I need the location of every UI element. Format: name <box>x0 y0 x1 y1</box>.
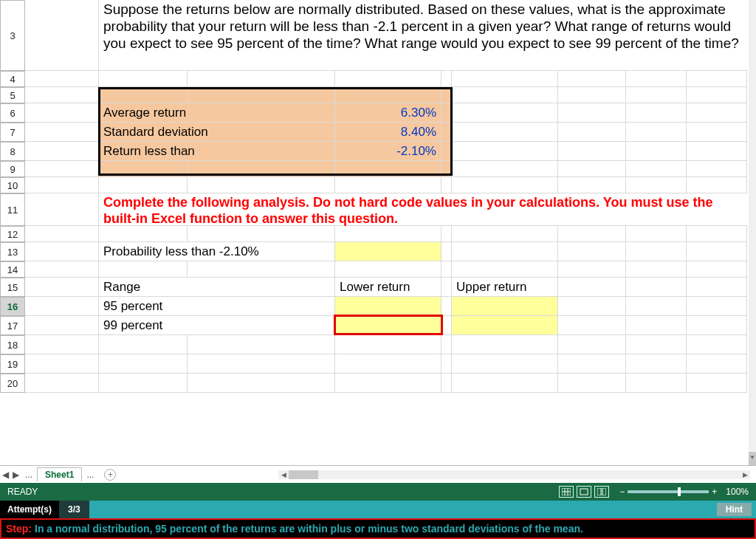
cell[interactable] <box>25 242 99 261</box>
row-header-20[interactable]: 20 <box>0 374 25 393</box>
cell[interactable] <box>441 335 452 354</box>
row-header-15[interactable]: 15 <box>0 278 25 297</box>
cell[interactable] <box>626 123 687 142</box>
cell[interactable] <box>558 335 626 354</box>
vertical-scrollbar[interactable] <box>749 0 756 465</box>
cell[interactable] <box>558 177 626 193</box>
cell[interactable] <box>335 335 441 354</box>
cell[interactable] <box>626 316 687 335</box>
std-dev-value[interactable]: 8.40% <box>335 123 441 142</box>
row-header-18[interactable]: 18 <box>0 335 25 354</box>
scroll-thumb[interactable] <box>289 470 318 479</box>
cell[interactable] <box>99 71 188 87</box>
cell[interactable] <box>626 354 687 374</box>
cell[interactable] <box>188 335 335 354</box>
row-header-16[interactable]: 16 <box>0 297 25 316</box>
cell[interactable] <box>558 297 626 316</box>
cell[interactable] <box>687 354 747 374</box>
cell[interactable] <box>335 87 441 103</box>
cell[interactable] <box>626 142 687 161</box>
cell[interactable] <box>626 103 687 123</box>
cell[interactable] <box>687 242 747 261</box>
cell[interactable] <box>441 374 452 393</box>
cell[interactable] <box>25 123 99 142</box>
cell[interactable] <box>335 177 441 193</box>
cell[interactable] <box>441 297 452 316</box>
cell[interactable] <box>25 161 99 177</box>
lower-95-input[interactable] <box>335 297 441 316</box>
cell[interactable] <box>25 71 99 87</box>
return-lt-value[interactable]: -2.10% <box>335 142 441 161</box>
cell[interactable] <box>687 161 747 177</box>
cell[interactable] <box>626 226 687 242</box>
cell[interactable] <box>626 278 687 297</box>
cell[interactable] <box>452 261 558 278</box>
cell[interactable] <box>558 242 626 261</box>
cell[interactable] <box>558 261 626 278</box>
horizontal-scrollbar[interactable]: ◀ ▶ <box>278 470 750 479</box>
cell[interactable] <box>99 226 188 242</box>
cell[interactable] <box>687 142 747 161</box>
tab-overflow[interactable]: ... <box>21 470 37 480</box>
tab-overflow-right[interactable]: ... <box>82 470 98 480</box>
cell[interactable] <box>626 161 687 177</box>
zoom-slider[interactable] <box>628 490 709 493</box>
cell[interactable] <box>452 242 558 261</box>
cell[interactable] <box>687 278 747 297</box>
lower-99-input[interactable] <box>335 316 441 335</box>
cell[interactable] <box>99 87 188 103</box>
cell[interactable] <box>452 123 558 142</box>
cell[interactable] <box>687 87 747 103</box>
cell[interactable] <box>687 374 747 393</box>
cell[interactable] <box>452 71 558 87</box>
cell[interactable] <box>25 354 99 374</box>
cell[interactable] <box>452 103 558 123</box>
cell[interactable] <box>99 261 188 278</box>
cell[interactable] <box>188 161 335 177</box>
cell[interactable] <box>558 103 626 123</box>
cell[interactable] <box>188 87 335 103</box>
cell[interactable] <box>335 354 441 374</box>
cell[interactable] <box>558 226 626 242</box>
cell[interactable] <box>441 87 452 103</box>
cell[interactable] <box>441 103 452 123</box>
row-header-14[interactable]: 14 <box>0 261 25 278</box>
row-header-7[interactable]: 7 <box>0 123 25 142</box>
cell[interactable] <box>25 374 99 393</box>
cell[interactable] <box>558 278 626 297</box>
cell[interactable] <box>25 261 99 278</box>
row-header-9[interactable]: 9 <box>0 161 25 177</box>
page-layout-view-icon[interactable] <box>577 486 591 498</box>
cell[interactable] <box>441 278 452 297</box>
upper-95-input[interactable] <box>452 297 558 316</box>
cell[interactable] <box>558 316 626 335</box>
cell[interactable] <box>558 161 626 177</box>
cell[interactable] <box>25 278 99 297</box>
cell[interactable] <box>626 242 687 261</box>
hint-button[interactable]: Hint <box>717 503 752 516</box>
worksheet-area[interactable]: 3 Suppose the returns below are normally… <box>0 0 749 465</box>
probability-input[interactable] <box>335 242 441 261</box>
cell[interactable] <box>441 354 452 374</box>
tab-next-icon[interactable]: ▶ <box>10 470 21 480</box>
sheet-tab-sheet1[interactable]: Sheet1 <box>37 467 82 481</box>
zoom-control[interactable]: − + 100% <box>619 487 749 497</box>
add-sheet-button[interactable]: + <box>104 469 116 481</box>
cell[interactable] <box>687 261 747 278</box>
row-header-4[interactable]: 4 <box>0 71 25 87</box>
cell[interactable] <box>335 374 441 393</box>
cell[interactable] <box>687 103 747 123</box>
cell[interactable] <box>188 354 335 374</box>
cell[interactable] <box>441 226 452 242</box>
scroll-down-icon[interactable] <box>749 452 756 465</box>
cell[interactable] <box>25 316 99 335</box>
cell[interactable] <box>188 177 335 193</box>
cell[interactable] <box>441 177 452 193</box>
cell[interactable] <box>441 142 452 161</box>
row-header-10[interactable]: 10 <box>0 177 25 193</box>
cell[interactable] <box>452 335 558 354</box>
page-break-view-icon[interactable] <box>594 486 609 498</box>
cell[interactable] <box>441 71 452 87</box>
cell[interactable] <box>25 87 99 103</box>
cell[interactable] <box>25 103 99 123</box>
